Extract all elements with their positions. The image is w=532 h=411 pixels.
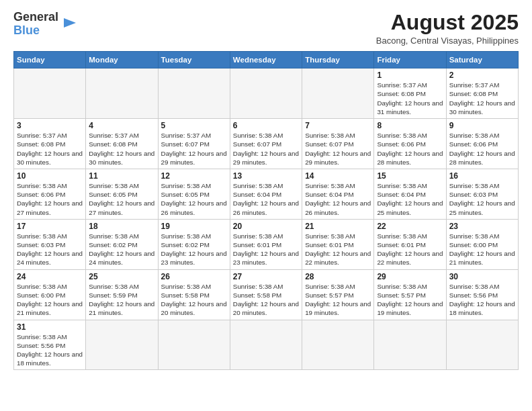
logo: General Blue: [13, 11, 77, 38]
day-info: Sunrise: 5:38 AM Sunset: 6:05 PM Dayligh…: [89, 181, 154, 217]
col-sunday: Sunday: [14, 52, 86, 68]
calendar-cell: 31Sunrise: 5:38 AM Sunset: 5:56 PM Dayli…: [14, 320, 86, 370]
calendar-cell: 20Sunrise: 5:38 AM Sunset: 6:01 PM Dayli…: [230, 219, 302, 269]
day-number: 23: [449, 222, 515, 231]
day-number: 1: [377, 71, 443, 80]
day-info: Sunrise: 5:38 AM Sunset: 6:01 PM Dayligh…: [233, 232, 299, 267]
calendar-cell: 12Sunrise: 5:38 AM Sunset: 6:05 PM Dayli…: [158, 169, 230, 219]
svg-marker-0: [64, 18, 76, 28]
day-info: Sunrise: 5:38 AM Sunset: 6:04 PM Dayligh…: [305, 181, 371, 217]
col-wednesday: Wednesday: [230, 52, 302, 68]
calendar-week-row: 3Sunrise: 5:37 AM Sunset: 6:08 PM Daylig…: [14, 119, 519, 169]
calendar-body: 1Sunrise: 5:37 AM Sunset: 6:08 PM Daylig…: [14, 68, 519, 370]
calendar-cell: [158, 320, 230, 370]
page: General Blue August 2025 Bacong, Central…: [0, 0, 532, 377]
day-info: Sunrise: 5:37 AM Sunset: 6:08 PM Dayligh…: [17, 131, 83, 167]
calendar-cell: 6Sunrise: 5:38 AM Sunset: 6:07 PM Daylig…: [230, 119, 302, 169]
calendar-week-row: 31Sunrise: 5:38 AM Sunset: 5:56 PM Dayli…: [14, 320, 519, 370]
calendar-cell: 7Sunrise: 5:38 AM Sunset: 6:07 PM Daylig…: [302, 119, 374, 169]
weekday-header-row: Sunday Monday Tuesday Wednesday Thursday…: [14, 52, 519, 68]
day-number: 9: [449, 121, 515, 130]
calendar-cell: 14Sunrise: 5:38 AM Sunset: 6:04 PM Dayli…: [302, 169, 374, 219]
day-number: 18: [89, 222, 154, 231]
day-number: 28: [305, 272, 371, 281]
day-info: Sunrise: 5:38 AM Sunset: 5:56 PM Dayligh…: [17, 332, 83, 368]
day-info: Sunrise: 5:38 AM Sunset: 5:58 PM Dayligh…: [161, 282, 227, 318]
day-info: Sunrise: 5:38 AM Sunset: 6:01 PM Dayligh…: [377, 232, 443, 267]
title-block: August 2025 Bacong, Central Visayas, Phi…: [376, 11, 519, 46]
day-number: 3: [17, 121, 83, 130]
calendar-cell: 25Sunrise: 5:38 AM Sunset: 5:59 PM Dayli…: [86, 269, 158, 320]
day-number: 13: [233, 171, 299, 181]
day-info: Sunrise: 5:38 AM Sunset: 5:56 PM Dayligh…: [449, 282, 515, 318]
day-number: 22: [377, 222, 443, 231]
day-number: 7: [305, 121, 371, 130]
day-info: Sunrise: 5:38 AM Sunset: 6:04 PM Dayligh…: [233, 181, 299, 217]
calendar-cell: 30Sunrise: 5:38 AM Sunset: 5:56 PM Dayli…: [446, 269, 518, 320]
day-info: Sunrise: 5:38 AM Sunset: 6:07 PM Dayligh…: [233, 131, 299, 167]
calendar-cell: 13Sunrise: 5:38 AM Sunset: 6:04 PM Dayli…: [230, 169, 302, 219]
day-info: Sunrise: 5:38 AM Sunset: 5:57 PM Dayligh…: [377, 282, 443, 318]
calendar-cell: 9Sunrise: 5:38 AM Sunset: 6:06 PM Daylig…: [446, 119, 518, 169]
calendar-cell: 21Sunrise: 5:38 AM Sunset: 6:01 PM Dayli…: [302, 219, 374, 269]
calendar-cell: 10Sunrise: 5:38 AM Sunset: 6:06 PM Dayli…: [14, 169, 86, 219]
day-number: 5: [161, 121, 227, 130]
day-number: 20: [233, 222, 299, 231]
day-info: Sunrise: 5:38 AM Sunset: 6:06 PM Dayligh…: [377, 131, 443, 167]
day-number: 16: [449, 171, 515, 181]
calendar-week-row: 24Sunrise: 5:38 AM Sunset: 6:00 PM Dayli…: [14, 269, 519, 320]
day-info: Sunrise: 5:38 AM Sunset: 5:57 PM Dayligh…: [305, 282, 371, 318]
day-info: Sunrise: 5:38 AM Sunset: 6:07 PM Dayligh…: [305, 131, 371, 167]
header: General Blue August 2025 Bacong, Central…: [13, 11, 519, 46]
col-monday: Monday: [86, 52, 158, 68]
day-info: Sunrise: 5:37 AM Sunset: 6:08 PM Dayligh…: [449, 81, 515, 116]
col-thursday: Thursday: [302, 52, 374, 68]
calendar-cell: 29Sunrise: 5:38 AM Sunset: 5:57 PM Dayli…: [374, 269, 446, 320]
day-number: 2: [449, 71, 515, 80]
calendar-cell: [86, 68, 158, 119]
calendar-cell: 18Sunrise: 5:38 AM Sunset: 6:02 PM Dayli…: [86, 219, 158, 269]
calendar-cell: 16Sunrise: 5:38 AM Sunset: 6:03 PM Dayli…: [446, 169, 518, 219]
day-info: Sunrise: 5:38 AM Sunset: 6:02 PM Dayligh…: [161, 232, 227, 267]
day-info: Sunrise: 5:38 AM Sunset: 6:06 PM Dayligh…: [17, 181, 83, 217]
day-number: 25: [89, 272, 154, 281]
day-number: 30: [449, 272, 515, 281]
calendar-cell: 24Sunrise: 5:38 AM Sunset: 6:00 PM Dayli…: [14, 269, 86, 320]
calendar-cell: 28Sunrise: 5:38 AM Sunset: 5:57 PM Dayli…: [302, 269, 374, 320]
calendar-week-row: 17Sunrise: 5:38 AM Sunset: 6:03 PM Dayli…: [14, 219, 519, 269]
calendar-cell: 26Sunrise: 5:38 AM Sunset: 5:58 PM Dayli…: [158, 269, 230, 320]
day-number: 11: [89, 171, 154, 181]
calendar-cell: [302, 68, 374, 119]
day-number: 27: [233, 272, 299, 281]
calendar-cell: [158, 68, 230, 119]
day-number: 6: [233, 121, 299, 130]
calendar-cell: 19Sunrise: 5:38 AM Sunset: 6:02 PM Dayli…: [158, 219, 230, 269]
calendar-cell: [446, 320, 518, 370]
calendar-cell: 17Sunrise: 5:38 AM Sunset: 6:03 PM Dayli…: [14, 219, 86, 269]
calendar-cell: 4Sunrise: 5:37 AM Sunset: 6:08 PM Daylig…: [86, 119, 158, 169]
calendar-cell: [230, 320, 302, 370]
calendar-cell: [86, 320, 158, 370]
day-number: 4: [89, 121, 154, 130]
calendar-week-row: 1Sunrise: 5:37 AM Sunset: 6:08 PM Daylig…: [14, 68, 519, 119]
day-info: Sunrise: 5:38 AM Sunset: 6:06 PM Dayligh…: [449, 131, 515, 167]
day-info: Sunrise: 5:37 AM Sunset: 6:07 PM Dayligh…: [161, 131, 227, 167]
calendar-cell: [374, 320, 446, 370]
day-number: 24: [17, 272, 83, 281]
col-saturday: Saturday: [446, 52, 518, 68]
calendar-cell: 15Sunrise: 5:38 AM Sunset: 6:04 PM Dayli…: [374, 169, 446, 219]
location: Bacong, Central Visayas, Philippines: [376, 36, 519, 46]
calendar-cell: 22Sunrise: 5:38 AM Sunset: 6:01 PM Dayli…: [374, 219, 446, 269]
calendar-cell: [302, 320, 374, 370]
day-number: 29: [377, 272, 443, 281]
day-number: 21: [305, 222, 371, 231]
day-info: Sunrise: 5:37 AM Sunset: 6:08 PM Dayligh…: [377, 81, 443, 116]
day-info: Sunrise: 5:38 AM Sunset: 6:00 PM Dayligh…: [17, 282, 83, 318]
calendar: Sunday Monday Tuesday Wednesday Thursday…: [13, 51, 519, 370]
calendar-cell: 23Sunrise: 5:38 AM Sunset: 6:00 PM Dayli…: [446, 219, 518, 269]
day-number: 15: [377, 171, 443, 181]
day-number: 17: [17, 222, 83, 231]
calendar-cell: [230, 68, 302, 119]
calendar-cell: 2Sunrise: 5:37 AM Sunset: 6:08 PM Daylig…: [446, 68, 518, 119]
calendar-cell: 11Sunrise: 5:38 AM Sunset: 6:05 PM Dayli…: [86, 169, 158, 219]
